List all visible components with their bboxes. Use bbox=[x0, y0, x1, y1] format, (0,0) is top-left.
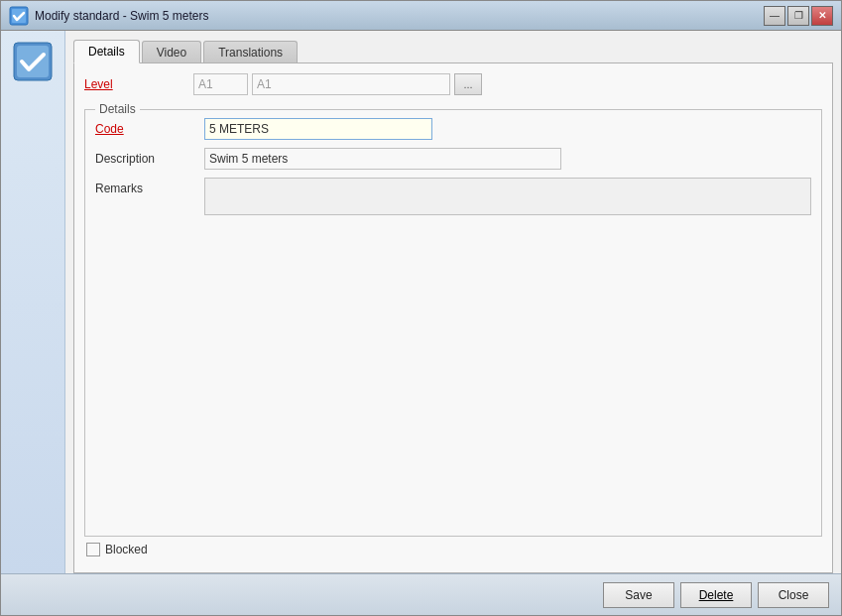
level-input-short[interactable] bbox=[193, 73, 248, 95]
titlebar-buttons: — ❐ ✕ bbox=[764, 6, 833, 26]
description-label: Description bbox=[95, 152, 204, 166]
window-title: Modify standard - Swim 5 meters bbox=[35, 9, 764, 23]
title-bar: Modify standard - Swim 5 meters — ❐ ✕ bbox=[1, 1, 841, 31]
close-button[interactable]: Close bbox=[758, 582, 829, 608]
main-panel: Details Video Translations Level ... bbox=[65, 31, 841, 573]
minimize-button[interactable]: — bbox=[764, 6, 785, 26]
remarks-label: Remarks bbox=[95, 182, 204, 195]
window-close-button[interactable]: ✕ bbox=[811, 6, 833, 26]
blocked-checkbox[interactable] bbox=[86, 543, 100, 556]
code-label[interactable]: Code bbox=[95, 122, 204, 136]
group-box-legend: Details bbox=[95, 102, 140, 116]
button-bar: Save Delete Close bbox=[1, 573, 841, 615]
level-row: Level ... bbox=[84, 73, 822, 95]
tab-translations[interactable]: Translations bbox=[203, 41, 298, 63]
blocked-label: Blocked bbox=[105, 543, 148, 556]
tab-bar: Details Video Translations bbox=[73, 39, 833, 62]
tab-video[interactable]: Video bbox=[142, 41, 201, 63]
details-group: Details Code Description Remarks bbox=[84, 109, 822, 537]
description-input[interactable] bbox=[204, 148, 561, 170]
description-row: Description bbox=[95, 148, 811, 170]
code-row: Code bbox=[95, 118, 811, 140]
main-window: Modify standard - Swim 5 meters — ❐ ✕ bbox=[0, 0, 842, 616]
level-label[interactable]: Level bbox=[84, 77, 193, 91]
tab-details[interactable]: Details bbox=[73, 40, 140, 63]
content-area: Details Video Translations Level ... bbox=[1, 31, 841, 573]
save-button[interactable]: Save bbox=[603, 582, 674, 608]
app-icon bbox=[9, 6, 29, 26]
code-input[interactable] bbox=[204, 118, 432, 140]
restore-button[interactable]: ❐ bbox=[787, 6, 809, 26]
left-panel-icon bbox=[12, 41, 54, 82]
left-panel bbox=[1, 31, 65, 573]
remarks-textarea[interactable] bbox=[204, 178, 811, 215]
tab-content: Level ... Details Code Description bbox=[73, 62, 833, 573]
level-browse-button[interactable]: ... bbox=[454, 73, 482, 95]
level-input-long[interactable] bbox=[252, 73, 450, 95]
delete-button[interactable]: Delete bbox=[680, 582, 752, 608]
blocked-row: Blocked bbox=[84, 537, 822, 562]
remarks-row: Remarks bbox=[95, 178, 811, 518]
